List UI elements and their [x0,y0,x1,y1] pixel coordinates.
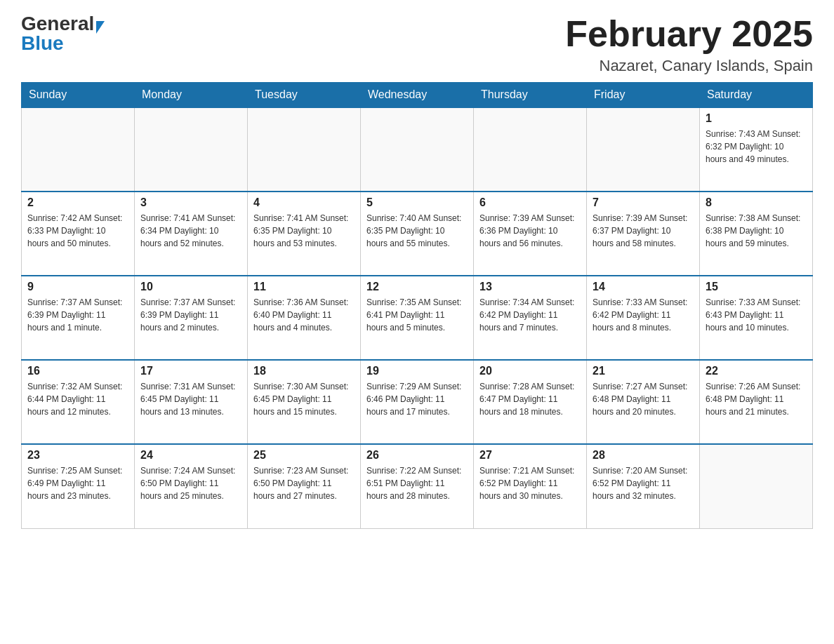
calendar-cell: 27Sunrise: 7:21 AM Sunset: 6:52 PM Dayli… [474,444,587,528]
logo: General Blue [21,14,105,53]
page-header: General Blue February 2025 Nazaret, Cana… [21,14,813,75]
calendar-cell: 25Sunrise: 7:23 AM Sunset: 6:50 PM Dayli… [248,444,361,528]
day-number: 24 [140,449,241,462]
day-info: Sunrise: 7:36 AM Sunset: 6:40 PM Dayligh… [253,296,355,334]
calendar-cell [700,444,813,528]
calendar-cell: 3Sunrise: 7:41 AM Sunset: 6:34 PM Daylig… [135,192,248,276]
day-number: 16 [27,365,128,377]
calendar-cell: 13Sunrise: 7:34 AM Sunset: 6:42 PM Dayli… [474,276,587,360]
day-number: 9 [27,281,128,293]
calendar-cell [22,107,135,192]
calendar-cell: 24Sunrise: 7:24 AM Sunset: 6:50 PM Dayli… [135,444,248,528]
day-number: 22 [706,365,807,377]
calendar-cell: 8Sunrise: 7:38 AM Sunset: 6:38 PM Daylig… [700,192,813,276]
day-number: 28 [593,449,694,462]
calendar-cell: 11Sunrise: 7:36 AM Sunset: 6:40 PM Dayli… [248,276,361,360]
weekday-header-friday: Friday [587,83,700,108]
day-number: 4 [253,196,355,209]
day-number: 3 [140,196,241,209]
day-info: Sunrise: 7:29 AM Sunset: 6:46 PM Dayligh… [366,380,468,418]
calendar-cell: 17Sunrise: 7:31 AM Sunset: 6:45 PM Dayli… [135,360,248,444]
day-number: 25 [253,449,355,462]
weekday-header-sunday: Sunday [22,83,135,108]
calendar-cell: 19Sunrise: 7:29 AM Sunset: 6:46 PM Dayli… [361,360,474,444]
calendar-cell: 22Sunrise: 7:26 AM Sunset: 6:48 PM Dayli… [700,360,813,444]
day-number: 27 [479,449,581,462]
title-block: February 2025 Nazaret, Canary Islands, S… [565,14,813,75]
weekday-header-wednesday: Wednesday [361,83,474,108]
day-number: 20 [479,365,581,377]
day-info: Sunrise: 7:32 AM Sunset: 6:44 PM Dayligh… [27,380,128,418]
day-number: 8 [706,196,807,209]
logo-general-line: General [21,14,105,34]
day-info: Sunrise: 7:24 AM Sunset: 6:50 PM Dayligh… [140,464,241,502]
calendar-cell: 28Sunrise: 7:20 AM Sunset: 6:52 PM Dayli… [587,444,700,528]
week-row-4: 16Sunrise: 7:32 AM Sunset: 6:44 PM Dayli… [22,360,813,444]
weekday-header-thursday: Thursday [474,83,587,108]
weekday-header-saturday: Saturday [700,83,813,108]
day-number: 14 [593,281,694,293]
day-info: Sunrise: 7:28 AM Sunset: 6:47 PM Dayligh… [479,380,581,418]
calendar-cell: 20Sunrise: 7:28 AM Sunset: 6:47 PM Dayli… [474,360,587,444]
week-row-2: 2Sunrise: 7:42 AM Sunset: 6:33 PM Daylig… [22,192,813,276]
day-info: Sunrise: 7:39 AM Sunset: 6:37 PM Dayligh… [593,212,694,250]
day-info: Sunrise: 7:37 AM Sunset: 6:39 PM Dayligh… [140,296,241,334]
month-title: February 2025 [565,14,813,54]
day-info: Sunrise: 7:42 AM Sunset: 6:33 PM Dayligh… [27,212,128,250]
day-number: 26 [366,449,468,462]
calendar-cell [361,107,474,192]
day-info: Sunrise: 7:21 AM Sunset: 6:52 PM Dayligh… [479,464,581,502]
day-info: Sunrise: 7:41 AM Sunset: 6:34 PM Dayligh… [140,212,241,250]
day-number: 7 [593,196,694,209]
day-number: 12 [366,281,468,293]
week-row-3: 9Sunrise: 7:37 AM Sunset: 6:39 PM Daylig… [22,276,813,360]
day-number: 10 [140,281,241,293]
day-info: Sunrise: 7:25 AM Sunset: 6:49 PM Dayligh… [27,464,128,502]
day-number: 1 [706,112,807,125]
calendar-cell: 12Sunrise: 7:35 AM Sunset: 6:41 PM Dayli… [361,276,474,360]
day-info: Sunrise: 7:41 AM Sunset: 6:35 PM Dayligh… [253,212,355,250]
day-info: Sunrise: 7:40 AM Sunset: 6:35 PM Dayligh… [366,212,468,250]
day-number: 21 [593,365,694,377]
logo-triangle-icon [96,21,105,34]
calendar-cell: 23Sunrise: 7:25 AM Sunset: 6:49 PM Dayli… [22,444,135,528]
calendar-cell: 1Sunrise: 7:43 AM Sunset: 6:32 PM Daylig… [700,107,813,192]
calendar-cell: 2Sunrise: 7:42 AM Sunset: 6:33 PM Daylig… [22,192,135,276]
calendar-cell: 15Sunrise: 7:33 AM Sunset: 6:43 PM Dayli… [700,276,813,360]
day-info: Sunrise: 7:26 AM Sunset: 6:48 PM Dayligh… [706,380,807,418]
weekday-header-tuesday: Tuesday [248,83,361,108]
week-row-1: 1Sunrise: 7:43 AM Sunset: 6:32 PM Daylig… [22,107,813,192]
day-info: Sunrise: 7:39 AM Sunset: 6:36 PM Dayligh… [479,212,581,250]
calendar-cell: 4Sunrise: 7:41 AM Sunset: 6:35 PM Daylig… [248,192,361,276]
calendar-cell: 16Sunrise: 7:32 AM Sunset: 6:44 PM Dayli… [22,360,135,444]
logo-blue-text: Blue [21,32,64,54]
calendar-cell: 26Sunrise: 7:22 AM Sunset: 6:51 PM Dayli… [361,444,474,528]
day-number: 11 [253,281,355,293]
calendar-cell: 14Sunrise: 7:33 AM Sunset: 6:42 PM Dayli… [587,276,700,360]
day-info: Sunrise: 7:33 AM Sunset: 6:42 PM Dayligh… [593,296,694,334]
day-number: 5 [366,196,468,209]
calendar-cell: 21Sunrise: 7:27 AM Sunset: 6:48 PM Dayli… [587,360,700,444]
day-info: Sunrise: 7:37 AM Sunset: 6:39 PM Dayligh… [27,296,128,334]
day-number: 6 [479,196,581,209]
day-info: Sunrise: 7:33 AM Sunset: 6:43 PM Dayligh… [706,296,807,334]
calendar-cell: 18Sunrise: 7:30 AM Sunset: 6:45 PM Dayli… [248,360,361,444]
day-info: Sunrise: 7:27 AM Sunset: 6:48 PM Dayligh… [593,380,694,418]
weekday-header-row: SundayMondayTuesdayWednesdayThursdayFrid… [22,83,813,108]
weekday-header-monday: Monday [135,83,248,108]
calendar-cell [248,107,361,192]
logo-general-text: General [21,13,94,34]
day-number: 18 [253,365,355,377]
day-info: Sunrise: 7:35 AM Sunset: 6:41 PM Dayligh… [366,296,468,334]
day-info: Sunrise: 7:34 AM Sunset: 6:42 PM Dayligh… [479,296,581,334]
day-info: Sunrise: 7:20 AM Sunset: 6:52 PM Dayligh… [593,464,694,502]
calendar-cell: 9Sunrise: 7:37 AM Sunset: 6:39 PM Daylig… [22,276,135,360]
calendar-cell: 7Sunrise: 7:39 AM Sunset: 6:37 PM Daylig… [587,192,700,276]
day-number: 13 [479,281,581,293]
calendar-cell [587,107,700,192]
day-number: 19 [366,365,468,377]
day-number: 17 [140,365,241,377]
day-info: Sunrise: 7:38 AM Sunset: 6:38 PM Dayligh… [706,212,807,250]
calendar-cell: 5Sunrise: 7:40 AM Sunset: 6:35 PM Daylig… [361,192,474,276]
day-info: Sunrise: 7:31 AM Sunset: 6:45 PM Dayligh… [140,380,241,418]
